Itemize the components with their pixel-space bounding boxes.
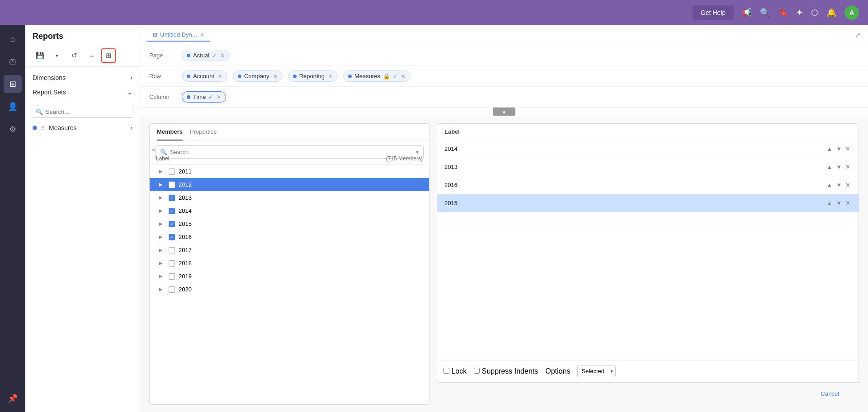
account-close-icon[interactable]: ✕ — [218, 73, 222, 80]
member-checkbox[interactable] — [169, 169, 175, 175]
megaphone-icon[interactable]: 📢 — [742, 8, 752, 18]
suppress-label[interactable]: Suppress Indents — [474, 367, 538, 375]
collapse-button[interactable]: ▲ — [493, 108, 515, 116]
members-hamburger-icon[interactable]: ≡ — [151, 145, 423, 153]
get-help-button[interactable]: Get Help — [693, 5, 734, 20]
member-checkbox[interactable] — [169, 247, 175, 253]
avatar[interactable]: A — [844, 5, 859, 20]
location-icon[interactable]: ✦ — [796, 8, 803, 18]
move-up-button[interactable]: ▲ — [826, 199, 833, 207]
sidebar-item-dimensions[interactable]: Dimensions › — [25, 70, 140, 85]
list-item[interactable]: ▶ 2011 — [150, 165, 429, 178]
move-down-button[interactable]: ▼ — [835, 199, 843, 207]
member-checkbox[interactable]: ✓ — [169, 221, 175, 227]
sidebar-grid-icon[interactable]: ⊞ — [4, 75, 22, 93]
remove-button[interactable]: ✕ — [844, 163, 851, 171]
search-icon[interactable]: 🔍 — [760, 8, 770, 18]
expand-arrow-icon[interactable]: ▶ — [159, 182, 165, 187]
company-close-icon[interactable]: ✕ — [273, 73, 278, 80]
member-checkbox[interactable] — [169, 182, 175, 188]
sidebar-item-report-sets[interactable]: Report Sets ⌄ — [25, 85, 140, 99]
actual-close-icon[interactable]: ✕ — [220, 52, 225, 59]
lock-label[interactable]: Lock — [443, 367, 467, 375]
member-checkbox[interactable] — [169, 260, 175, 267]
search-box[interactable]: 🔍 — [32, 106, 133, 118]
cancel-button[interactable]: Cancel — [812, 387, 848, 400]
cube-icon[interactable]: ⬡ — [811, 8, 818, 18]
sidebar-settings-icon[interactable]: ⚙ — [4, 120, 22, 138]
measures-item[interactable]: ⠿ Measures › — [25, 121, 140, 135]
list-item[interactable]: ▶ 2020 — [150, 283, 429, 296]
expand-arrow-icon[interactable]: ▶ — [159, 247, 165, 253]
expand-arrow-icon[interactable]: ▶ — [159, 169, 165, 174]
sidebar-person-icon[interactable]: 👤 — [4, 98, 22, 116]
member-checkbox[interactable]: ✓ — [169, 195, 175, 201]
move-up-button[interactable]: ▲ — [826, 181, 833, 189]
account-tag[interactable]: Account ✕ — [182, 70, 227, 82]
expand-arrow-icon[interactable]: ▶ — [159, 234, 165, 240]
options-select[interactable]: Selected All None — [577, 365, 616, 377]
expand-arrow-icon[interactable]: ▶ — [159, 273, 165, 279]
selected-row[interactable]: 2014 ▲ ▼ ✕ — [437, 140, 859, 158]
list-item[interactable]: ▶ 2018 — [150, 257, 429, 270]
move-down-button[interactable]: ▼ — [835, 163, 843, 171]
expand-arrow-icon[interactable]: ▶ — [159, 221, 165, 227]
bell-icon[interactable]: 🔔 — [826, 8, 836, 18]
maximize-button[interactable]: ⤢ — [855, 31, 861, 39]
time-tag[interactable]: Time ✓ ✕ — [182, 91, 226, 103]
expand-arrow-icon[interactable]: ▶ — [159, 195, 165, 201]
selected-row[interactable]: 2016 ▲ ▼ ✕ — [437, 176, 859, 194]
member-checkbox[interactable]: ✓ — [169, 208, 175, 214]
list-item[interactable]: ▶ 2012 — [150, 178, 429, 191]
remove-button[interactable]: ✕ — [844, 145, 851, 153]
grid-view-button[interactable]: ⊞ — [101, 48, 116, 63]
remove-button[interactable]: ✕ — [844, 199, 851, 207]
list-item[interactable]: ▶ 2017 — [150, 243, 429, 257]
list-item[interactable]: ▶ ✓ 2013 — [150, 191, 429, 204]
save-dropdown-button[interactable]: ▾ — [50, 48, 64, 63]
list-item[interactable]: ▶ ✓ 2014 — [150, 204, 429, 217]
tab-members[interactable]: Members — [157, 124, 183, 140]
move-up-button[interactable]: ▲ — [826, 145, 833, 153]
list-item[interactable]: ▶ 2019 — [150, 270, 429, 283]
bookmark-icon[interactable]: 🔖 — [778, 8, 788, 18]
measures-close-icon[interactable]: ✕ — [401, 73, 406, 80]
move-down-button[interactable]: ▼ — [835, 181, 843, 189]
measures-tag[interactable]: Measures 🔒 ✓ ✕ — [343, 70, 410, 82]
expand-arrow-icon[interactable]: ▶ — [159, 208, 165, 214]
member-checkbox[interactable]: ✓ — [169, 234, 175, 240]
expand-arrow-icon[interactable]: ▶ — [159, 286, 165, 292]
refresh-button[interactable]: ↺ — [67, 48, 81, 63]
lock-checkbox[interactable] — [443, 368, 449, 374]
expand-arrow-icon[interactable]: ▶ — [159, 260, 165, 266]
tab-properties[interactable]: Properties — [190, 124, 217, 140]
actual-tag[interactable]: Actual ✓ ✕ — [182, 50, 230, 61]
member-checkbox[interactable] — [169, 273, 175, 280]
member-checkbox[interactable] — [169, 286, 175, 293]
list-item[interactable]: ▶ ✓ 2016 — [150, 230, 429, 243]
tab-close-button[interactable]: ✕ — [200, 32, 204, 38]
move-down-button[interactable]: ▼ — [835, 145, 843, 153]
save-button[interactable]: 💾 — [33, 48, 47, 63]
time-check-icon[interactable]: ✓ — [208, 94, 213, 100]
selected-row[interactable]: 2013 ▲ ▼ ✕ — [437, 158, 859, 176]
suppress-checkbox[interactable] — [474, 368, 480, 374]
selected-row[interactable]: 2015 ▲ ▼ ✕ — [437, 194, 859, 212]
remove-button[interactable]: ✕ — [844, 181, 851, 189]
tab-untitled[interactable]: ⊞ Untitled Dyn... ✕ — [147, 28, 210, 42]
time-close-icon[interactable]: ✕ — [217, 94, 221, 100]
list-item[interactable]: ▶ ✓ 2015 — [150, 217, 429, 230]
sidebar-home-icon[interactable]: ⌂ — [4, 30, 22, 48]
export-button[interactable]: → — [84, 48, 99, 63]
search-input[interactable] — [46, 108, 129, 115]
company-tag[interactable]: Company ✕ — [233, 70, 283, 82]
move-up-button[interactable]: ▲ — [826, 163, 833, 171]
sidebar-clock-icon[interactable]: ◷ — [4, 52, 22, 70]
measures-expand-icon[interactable]: › — [130, 124, 132, 131]
actual-check-icon[interactable]: ✓ — [212, 52, 217, 59]
sidebar-pin-icon[interactable]: 📌 — [4, 389, 22, 407]
options-wrapper[interactable]: Selected All None — [577, 365, 616, 377]
measures-check-icon[interactable]: ✓ — [393, 73, 397, 80]
reporting-close-icon[interactable]: ✕ — [328, 73, 333, 80]
reporting-tag[interactable]: Reporting ✕ — [288, 70, 338, 82]
